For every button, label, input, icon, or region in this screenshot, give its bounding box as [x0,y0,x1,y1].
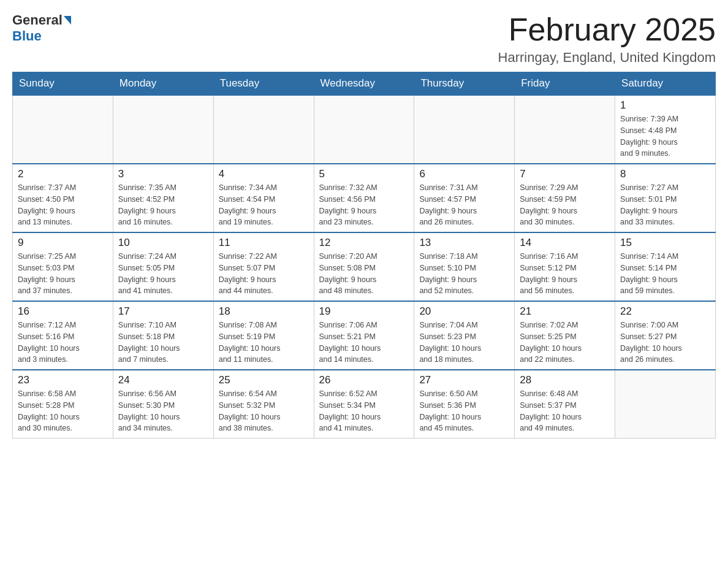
week-row-3: 9Sunrise: 7:25 AM Sunset: 5:03 PM Daylig… [13,232,716,301]
day-number: 5 [319,168,409,180]
day-info: Sunrise: 7:34 AM Sunset: 4:54 PM Dayligh… [219,182,309,228]
calendar-cell: 22Sunrise: 7:00 AM Sunset: 5:27 PM Dayli… [615,301,716,370]
day-number: 26 [319,374,409,386]
day-number: 20 [419,305,509,318]
day-number: 28 [520,374,610,386]
day-info: Sunrise: 7:12 AM Sunset: 5:16 PM Dayligh… [18,320,108,366]
calendar-cell: 9Sunrise: 7:25 AM Sunset: 5:03 PM Daylig… [13,232,113,301]
weekday-header-tuesday: Tuesday [213,72,314,96]
day-number: 11 [219,237,309,249]
day-info: Sunrise: 7:31 AM Sunset: 4:57 PM Dayligh… [419,182,509,228]
calendar-cell: 25Sunrise: 6:54 AM Sunset: 5:32 PM Dayli… [213,370,314,439]
day-number: 8 [620,168,710,180]
day-number: 19 [319,305,409,318]
calendar-cell: 28Sunrise: 6:48 AM Sunset: 5:37 PM Dayli… [515,370,615,439]
day-info: Sunrise: 6:52 AM Sunset: 5:34 PM Dayligh… [319,388,409,434]
calendar-cell: 7Sunrise: 7:29 AM Sunset: 4:59 PM Daylig… [515,164,615,232]
day-number: 22 [620,305,710,318]
day-info: Sunrise: 6:48 AM Sunset: 5:37 PM Dayligh… [520,388,610,434]
day-number: 7 [520,168,610,180]
week-row-1: 1Sunrise: 7:39 AM Sunset: 4:48 PM Daylig… [13,95,716,164]
weekday-header-row: SundayMondayTuesdayWednesdayThursdayFrid… [13,72,716,96]
day-info: Sunrise: 7:10 AM Sunset: 5:18 PM Dayligh… [118,320,208,366]
day-info: Sunrise: 6:56 AM Sunset: 5:30 PM Dayligh… [118,388,208,434]
day-info: Sunrise: 7:06 AM Sunset: 5:21 PM Dayligh… [319,320,409,366]
day-number: 4 [219,168,309,180]
calendar-cell: 27Sunrise: 6:50 AM Sunset: 5:36 PM Dayli… [414,370,515,439]
day-number: 17 [118,305,208,318]
logo-general-text: General [12,12,63,28]
month-title: February 2025 [498,12,716,47]
calendar-cell: 5Sunrise: 7:32 AM Sunset: 4:56 PM Daylig… [314,164,414,232]
day-number: 1 [620,99,710,112]
day-info: Sunrise: 7:35 AM Sunset: 4:52 PM Dayligh… [118,182,208,228]
day-info: Sunrise: 7:16 AM Sunset: 5:12 PM Dayligh… [520,251,610,297]
week-row-4: 16Sunrise: 7:12 AM Sunset: 5:16 PM Dayli… [13,301,716,370]
calendar-cell: 18Sunrise: 7:08 AM Sunset: 5:19 PM Dayli… [213,301,314,370]
day-info: Sunrise: 7:08 AM Sunset: 5:19 PM Dayligh… [219,320,309,366]
day-info: Sunrise: 7:29 AM Sunset: 4:59 PM Dayligh… [520,182,610,228]
title-section: February 2025 Harringay, England, United… [498,12,716,66]
weekday-header-friday: Friday [515,72,615,96]
weekday-header-saturday: Saturday [615,72,716,96]
day-number: 15 [620,237,710,249]
day-number: 10 [118,237,208,249]
day-info: Sunrise: 7:00 AM Sunset: 5:27 PM Dayligh… [620,320,710,366]
logo: General Blue [12,12,72,44]
day-info: Sunrise: 7:02 AM Sunset: 5:25 PM Dayligh… [520,320,610,366]
calendar-cell: 13Sunrise: 7:18 AM Sunset: 5:10 PM Dayli… [414,232,515,301]
calendar-cell: 20Sunrise: 7:04 AM Sunset: 5:23 PM Dayli… [414,301,515,370]
day-number: 18 [219,305,309,318]
weekday-header-monday: Monday [113,72,213,96]
calendar-cell [13,95,113,164]
calendar-cell: 14Sunrise: 7:16 AM Sunset: 5:12 PM Dayli… [515,232,615,301]
weekday-header-sunday: Sunday [13,72,113,96]
day-number: 14 [520,237,610,249]
calendar-cell: 26Sunrise: 6:52 AM Sunset: 5:34 PM Dayli… [314,370,414,439]
day-info: Sunrise: 7:22 AM Sunset: 5:07 PM Dayligh… [219,251,309,297]
week-row-2: 2Sunrise: 7:37 AM Sunset: 4:50 PM Daylig… [13,164,716,232]
calendar-cell: 3Sunrise: 7:35 AM Sunset: 4:52 PM Daylig… [113,164,213,232]
calendar-cell [615,370,716,439]
calendar-cell: 8Sunrise: 7:27 AM Sunset: 5:01 PM Daylig… [615,164,716,232]
day-info: Sunrise: 7:32 AM Sunset: 4:56 PM Dayligh… [319,182,409,228]
day-number: 23 [18,374,108,386]
logo-arrow-icon [64,16,71,25]
day-info: Sunrise: 7:20 AM Sunset: 5:08 PM Dayligh… [319,251,409,297]
day-info: Sunrise: 7:39 AM Sunset: 4:48 PM Dayligh… [620,113,710,159]
page-header: General Blue February 2025 Harringay, En… [12,12,716,66]
calendar-cell: 6Sunrise: 7:31 AM Sunset: 4:57 PM Daylig… [414,164,515,232]
day-number: 25 [219,374,309,386]
calendar-cell: 11Sunrise: 7:22 AM Sunset: 5:07 PM Dayli… [213,232,314,301]
calendar-cell: 12Sunrise: 7:20 AM Sunset: 5:08 PM Dayli… [314,232,414,301]
calendar-cell: 15Sunrise: 7:14 AM Sunset: 5:14 PM Dayli… [615,232,716,301]
calendar-cell: 10Sunrise: 7:24 AM Sunset: 5:05 PM Dayli… [113,232,213,301]
day-number: 12 [319,237,409,249]
day-info: Sunrise: 6:58 AM Sunset: 5:28 PM Dayligh… [18,388,108,434]
day-number: 3 [118,168,208,180]
calendar-table: SundayMondayTuesdayWednesdayThursdayFrid… [12,72,716,439]
location-text: Harringay, England, United Kingdom [498,50,716,66]
day-info: Sunrise: 7:04 AM Sunset: 5:23 PM Dayligh… [419,320,509,366]
calendar-cell [113,95,213,164]
calendar-cell: 21Sunrise: 7:02 AM Sunset: 5:25 PM Dayli… [515,301,615,370]
day-number: 6 [419,168,509,180]
day-info: Sunrise: 7:25 AM Sunset: 5:03 PM Dayligh… [18,251,108,297]
calendar-cell [213,95,314,164]
calendar-cell: 16Sunrise: 7:12 AM Sunset: 5:16 PM Dayli… [13,301,113,370]
day-info: Sunrise: 7:24 AM Sunset: 5:05 PM Dayligh… [118,251,208,297]
day-info: Sunrise: 7:27 AM Sunset: 5:01 PM Dayligh… [620,182,710,228]
day-info: Sunrise: 6:50 AM Sunset: 5:36 PM Dayligh… [419,388,509,434]
day-number: 9 [18,237,108,249]
day-info: Sunrise: 6:54 AM Sunset: 5:32 PM Dayligh… [219,388,309,434]
day-info: Sunrise: 7:14 AM Sunset: 5:14 PM Dayligh… [620,251,710,297]
calendar-cell: 4Sunrise: 7:34 AM Sunset: 4:54 PM Daylig… [213,164,314,232]
day-info: Sunrise: 7:18 AM Sunset: 5:10 PM Dayligh… [419,251,509,297]
day-number: 24 [118,374,208,386]
calendar-cell: 17Sunrise: 7:10 AM Sunset: 5:18 PM Dayli… [113,301,213,370]
day-number: 21 [520,305,610,318]
calendar-cell: 23Sunrise: 6:58 AM Sunset: 5:28 PM Dayli… [13,370,113,439]
day-number: 27 [419,374,509,386]
week-row-5: 23Sunrise: 6:58 AM Sunset: 5:28 PM Dayli… [13,370,716,439]
calendar-cell [414,95,515,164]
